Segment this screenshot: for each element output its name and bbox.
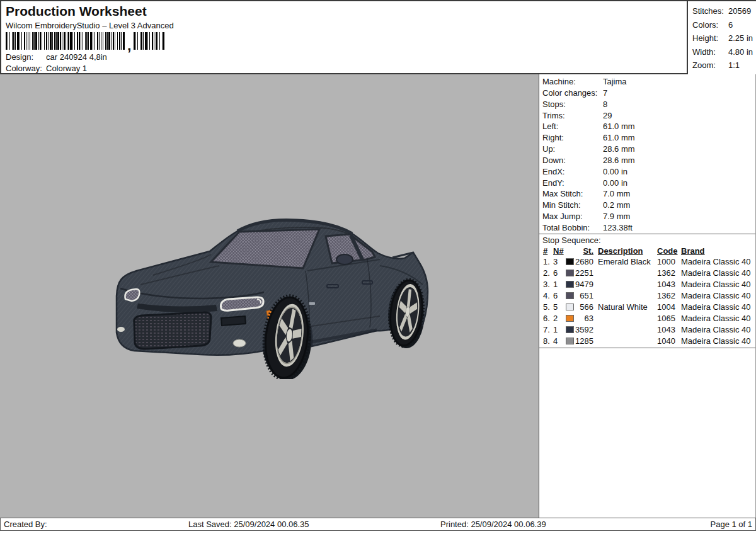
colorway-row: Colorway:Colorway 1 bbox=[6, 64, 87, 73]
machine-panel: Machine: Tajima Color changes: 7 Stops: … bbox=[539, 74, 756, 518]
machine-info-row: Max Stitch: 7.0 mm bbox=[539, 188, 755, 200]
machine-info-label: Right: bbox=[542, 132, 603, 144]
table-row: 8. 4 1285 1040 Madeira Classic 40 bbox=[539, 336, 755, 347]
machine-info-label: Color changes: bbox=[542, 88, 603, 99]
cell-code: 1065 bbox=[657, 313, 675, 324]
cell-brand: Madeira Classic 40 bbox=[681, 290, 751, 302]
cell-stitches: 63 bbox=[570, 313, 593, 324]
column-header-num: # bbox=[543, 246, 547, 257]
cell-num: 3. bbox=[543, 279, 550, 290]
footer-bar: Created By: Last Saved: 25/09/2024 00.06… bbox=[0, 518, 756, 531]
machine-info-row: EndY: 0.00 in bbox=[539, 178, 755, 189]
summary-value: 4.80 in bbox=[728, 45, 756, 59]
summary-value: 2.25 in bbox=[728, 31, 756, 45]
machine-info-value: 0.2 mm bbox=[603, 200, 755, 211]
machine-info-row: Min Stitch: 0.2 mm bbox=[539, 200, 755, 211]
summary-label: Zoom: bbox=[692, 59, 728, 72]
machine-info-row: Up: 28.6 mm bbox=[539, 144, 755, 155]
column-header-brand: Brand bbox=[681, 246, 705, 257]
machine-info-label: Left: bbox=[542, 121, 603, 132]
cell-brand: Madeira Classic 40 bbox=[681, 268, 751, 279]
machine-info-row: Machine: Tajima bbox=[539, 76, 755, 88]
stop-sequence-rows: 1. 3 2680 Emerald Black 1000 Madeira Cla… bbox=[539, 256, 755, 347]
machine-info-value: 7.9 mm bbox=[603, 211, 755, 222]
cell-stitches: 2680 bbox=[570, 256, 593, 268]
cell-stitches: 1285 bbox=[570, 336, 593, 347]
machine-info-label: EndY: bbox=[542, 178, 603, 189]
table-row: 7. 1 3592 1043 Madeira Classic 40 bbox=[539, 324, 755, 336]
machine-info-value: 0.00 in bbox=[603, 166, 755, 178]
cell-code: 1043 bbox=[657, 324, 675, 336]
cell-code: 1040 bbox=[657, 336, 675, 347]
cell-brand: Madeira Classic 40 bbox=[681, 302, 751, 313]
machine-info-label: Trims: bbox=[542, 110, 603, 122]
cell-stitches: 9479 bbox=[570, 279, 593, 290]
summary-row: Width: 4.80 in bbox=[688, 45, 756, 59]
footer-printed: Printed: 25/09/2024 00.06.39 bbox=[440, 518, 546, 530]
machine-info-value: 0.00 in bbox=[603, 178, 755, 189]
machine-info-value: 28.6 mm bbox=[603, 144, 755, 155]
table-row: 5. 5 566 Natural White 1004 Madeira Clas… bbox=[539, 302, 755, 313]
cell-brand: Madeira Classic 40 bbox=[681, 279, 751, 290]
divider bbox=[539, 348, 755, 348]
cell-num: 6. bbox=[543, 313, 550, 324]
design-preview-area bbox=[0, 74, 539, 518]
cell-brand: Madeira Classic 40 bbox=[681, 313, 751, 324]
footer-last-saved: Last Saved: 25/09/2024 00.06.35 bbox=[188, 518, 309, 530]
machine-info-label: Down: bbox=[542, 155, 603, 166]
cell-needle: 2 bbox=[553, 313, 558, 324]
machine-info-label: Max Stitch: bbox=[542, 188, 603, 200]
barcode: , bbox=[6, 32, 165, 50]
machine-info-label: EndX: bbox=[542, 166, 603, 178]
colorway-label: Colorway: bbox=[6, 64, 46, 73]
stop-sequence-header-row: # N# St. Description Code Brand bbox=[539, 246, 755, 256]
summary-value: 1:1 bbox=[728, 59, 756, 72]
column-header-needle: N# bbox=[553, 246, 564, 257]
cell-needle: 4 bbox=[553, 336, 558, 347]
machine-info-value: 61.0 mm bbox=[603, 132, 755, 144]
machine-info-row: Down: 28.6 mm bbox=[539, 155, 755, 166]
summary-label: Stitches: bbox=[692, 4, 728, 18]
cell-needle: 5 bbox=[553, 302, 558, 313]
stop-sequence-table: # N# St. Description Code Brand 1. 3 268… bbox=[539, 246, 755, 347]
cell-brand: Madeira Classic 40 bbox=[681, 324, 751, 336]
summary-value: 20569 bbox=[728, 4, 756, 18]
cell-code: 1000 bbox=[657, 256, 675, 268]
table-row: 1. 3 2680 Emerald Black 1000 Madeira Cla… bbox=[539, 256, 755, 268]
cell-brand: Madeira Classic 40 bbox=[681, 256, 751, 268]
footer-created-by: Created By: bbox=[4, 518, 47, 530]
machine-info-value: 123.38ft bbox=[603, 222, 755, 234]
machine-info-label: Max Jump: bbox=[542, 211, 603, 222]
cell-needle: 1 bbox=[553, 324, 558, 336]
machine-info-value: 7.0 mm bbox=[603, 188, 755, 200]
column-header-stitches: St. bbox=[570, 246, 593, 257]
production-worksheet-page: { "header": { "title": "Production Works… bbox=[0, 0, 756, 534]
summary-label: Height: bbox=[692, 31, 728, 45]
cell-code: 1362 bbox=[657, 290, 675, 302]
design-summary-box: Stitches: 20569 Colors: 6 Height: 2.25 i… bbox=[687, 1, 756, 74]
cell-code: 1004 bbox=[657, 302, 675, 313]
cell-stitches: 651 bbox=[570, 290, 593, 302]
machine-info-label: Up: bbox=[542, 144, 603, 155]
cell-needle: 3 bbox=[553, 256, 558, 268]
stop-sequence-title: Stop Sequence: bbox=[542, 236, 601, 245]
machine-info-row: Max Jump: 7.9 mm bbox=[539, 211, 755, 222]
colorway-value: Colorway 1 bbox=[46, 64, 87, 73]
cell-num: 2. bbox=[543, 268, 550, 279]
barcode-segment-2 bbox=[134, 32, 165, 50]
machine-info-value: 61.0 mm bbox=[603, 121, 755, 132]
machine-info-value: 8 bbox=[603, 99, 755, 110]
cell-description: Natural White bbox=[598, 302, 648, 313]
cell-description: Emerald Black bbox=[598, 256, 651, 268]
table-row: 3. 1 9479 1043 Madeira Classic 40 bbox=[539, 279, 755, 290]
cell-num: 8. bbox=[543, 336, 550, 347]
header-box: Production Worksheet Wilcom EmbroiderySt… bbox=[0, 0, 756, 74]
machine-info-row: Total Bobbin: 123.38ft bbox=[539, 222, 755, 234]
column-header-description: Description bbox=[598, 246, 643, 257]
machine-info-row: Stops: 8 bbox=[539, 99, 755, 110]
design-label: Design: bbox=[6, 52, 46, 62]
summary-label: Width: bbox=[692, 45, 728, 59]
summary-row: Colors: 6 bbox=[688, 18, 756, 32]
summary-label: Colors: bbox=[692, 18, 728, 32]
divider bbox=[539, 234, 755, 234]
